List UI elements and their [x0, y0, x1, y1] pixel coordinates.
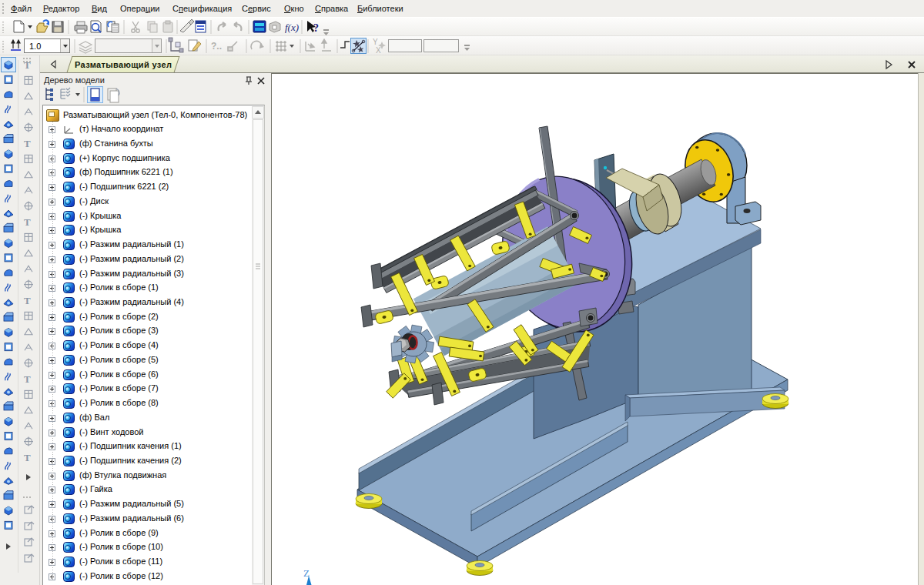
svg-text:T: T: [24, 138, 31, 149]
svg-text:T: T: [24, 452, 31, 463]
svg-text:f(x): f(x): [285, 22, 299, 33]
svg-text:X: X: [376, 46, 381, 55]
svg-text:Y: Y: [373, 38, 378, 46]
svg-text:T: T: [24, 295, 31, 306]
svg-text:?: ?: [313, 22, 319, 34]
svg-text:T: T: [24, 373, 31, 385]
svg-text:T: T: [24, 59, 31, 71]
svg-text:T: T: [24, 216, 31, 228]
svg-text:?..: ?..: [211, 41, 222, 52]
